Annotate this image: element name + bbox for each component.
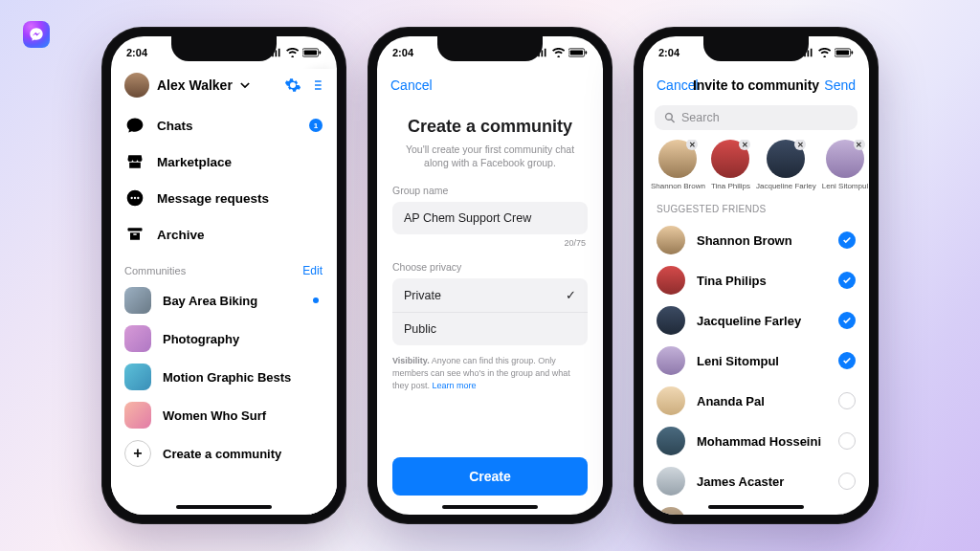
selected-chip[interactable]: ✕ Leni Sitompul xyxy=(822,140,868,190)
plus-icon: + xyxy=(124,440,151,467)
friend-avatar xyxy=(657,226,685,254)
suggested-friend[interactable]: Shannon Brown xyxy=(643,220,869,260)
cancel-button[interactable]: Cancel xyxy=(390,77,433,93)
unread-dot xyxy=(313,298,319,303)
search-input[interactable]: Search xyxy=(655,105,858,130)
suggested-friend[interactable]: Ananda Pal xyxy=(643,381,869,421)
send-button[interactable]: Send xyxy=(824,77,856,93)
suggested-friend[interactable]: Mohammad Hosseini xyxy=(643,421,869,461)
selected-chip[interactable]: ✕ Jacqueline Farley xyxy=(756,140,816,190)
modal-navbar: Cancel xyxy=(377,69,603,101)
selected-chips: ✕ Shannon Brown ✕ Tina Philips ✕ Jacquel… xyxy=(643,140,869,196)
chip-remove-icon[interactable]: ✕ xyxy=(854,140,865,150)
radio-unselected-icon[interactable] xyxy=(838,513,856,515)
nav-chats[interactable]: Chats 1 xyxy=(124,107,323,143)
phone-create-community: 2:04 Cancel Create a community You'll cr… xyxy=(368,27,612,524)
community-avatar xyxy=(124,325,151,352)
profile-name: Alex Walker xyxy=(157,77,233,93)
radio-unselected-icon[interactable] xyxy=(838,473,856,490)
svg-point-4 xyxy=(131,197,133,199)
edit-button[interactable]: Edit xyxy=(302,264,323,277)
menu-edge-icon xyxy=(315,78,323,92)
phone-invite: 2:04 Cancel Invite to community Send Sea… xyxy=(634,27,879,524)
chip-name: Shannon Brown xyxy=(651,182,705,190)
section-title: Communities xyxy=(124,265,186,276)
community-label: Women Who Surf xyxy=(163,408,266,423)
friend-avatar xyxy=(657,427,685,455)
friend-name: Ananda Pal xyxy=(697,394,827,408)
checkmark-selected-icon[interactable] xyxy=(838,312,856,329)
nav-label: Chats xyxy=(157,119,193,133)
friend-name: Jacqueline Farley xyxy=(697,314,827,328)
community-item[interactable]: Motion Graphic Bests xyxy=(111,358,336,396)
notch xyxy=(703,36,809,61)
modal-navbar: Cancel Invite to community Send xyxy=(643,69,869,101)
create-community[interactable]: + Create a community xyxy=(111,434,336,473)
community-item[interactable]: Photography xyxy=(111,320,336,358)
nav-message-requests[interactable]: Message requests xyxy=(124,180,323,216)
archive-icon xyxy=(124,224,145,245)
home-indicator xyxy=(708,505,804,509)
gear-icon[interactable] xyxy=(284,77,301,94)
friend-name: Shannon Brown xyxy=(697,233,827,248)
status-time: 2:04 xyxy=(126,47,147,58)
suggested-friend[interactable]: Leni Sitompul xyxy=(643,341,869,381)
chip-avatar: ✕ xyxy=(767,140,805,178)
home-indicator xyxy=(442,505,538,509)
checkmark-selected-icon[interactable] xyxy=(838,352,856,369)
radio-unselected-icon[interactable] xyxy=(838,432,856,450)
nav-list: Chats 1 Marketplace Message requests xyxy=(111,107,336,253)
privacy-public-label: Public xyxy=(404,322,436,336)
privacy-private[interactable]: Private ✓ xyxy=(392,278,588,312)
nav-archive[interactable]: Archive xyxy=(124,216,323,253)
radio-unselected-icon[interactable] xyxy=(838,392,856,409)
chat-icon xyxy=(124,115,145,136)
friend-avatar xyxy=(657,306,685,335)
suggested-friend[interactable]: Jacqueline Farley xyxy=(643,300,869,341)
community-item[interactable]: Women Who Surf xyxy=(111,396,336,434)
learn-more-link[interactable]: Learn more xyxy=(433,381,477,390)
privacy-public[interactable]: Public xyxy=(392,312,588,345)
friend-avatar xyxy=(657,266,685,295)
svg-rect-1 xyxy=(304,51,317,55)
checkmark-selected-icon[interactable] xyxy=(838,272,856,289)
chip-remove-icon[interactable]: ✕ xyxy=(794,140,806,150)
visibility-note: Visibility. Anyone can find this group. … xyxy=(392,355,588,391)
svg-rect-7 xyxy=(128,228,143,231)
selected-chip[interactable]: ✕ Shannon Brown xyxy=(651,140,705,190)
nav-marketplace[interactable]: Marketplace xyxy=(124,143,323,180)
checkmark-selected-icon[interactable] xyxy=(838,231,856,249)
selected-chip[interactable]: ✕ Tina Philips xyxy=(711,140,750,190)
chevron-down-icon xyxy=(240,82,250,89)
status-time: 2:04 xyxy=(658,47,679,58)
svg-point-5 xyxy=(134,197,136,199)
chip-remove-icon[interactable]: ✕ xyxy=(739,140,750,150)
create-button[interactable]: Create xyxy=(392,457,588,496)
phone-sidebar: 2:04 Yo Alex Walker xyxy=(101,27,346,524)
privacy-private-label: Private xyxy=(404,289,441,302)
svg-rect-10 xyxy=(586,51,588,54)
friend-name: Tina Philips xyxy=(697,274,827,288)
profile-row[interactable]: Alex Walker xyxy=(111,69,336,107)
friend-avatar xyxy=(657,507,685,515)
friend-avatar xyxy=(657,386,685,415)
group-name-input[interactable]: AP Chem Support Crew xyxy=(392,202,588,234)
community-label: Motion Graphic Bests xyxy=(163,370,291,385)
suggested-friend[interactable]: Tina Philips xyxy=(643,260,869,300)
communities-header: Communities Edit xyxy=(111,253,336,281)
friend-avatar xyxy=(657,346,685,375)
chip-remove-icon[interactable]: ✕ xyxy=(686,140,698,150)
nav-label: Marketplace xyxy=(157,155,232,169)
suggested-friend[interactable]: James Acaster xyxy=(643,461,869,501)
chip-name: Tina Philips xyxy=(711,182,750,190)
community-avatar xyxy=(124,402,151,429)
search-icon xyxy=(664,112,676,123)
group-name-label: Group name xyxy=(392,185,588,196)
community-item[interactable]: Bay Area Biking xyxy=(111,281,336,320)
char-counter: 20/75 xyxy=(394,238,586,248)
community-avatar xyxy=(124,364,151,390)
message-requests-icon xyxy=(124,187,145,209)
friend-name: James Acaster xyxy=(697,474,827,489)
status-time: 2:04 xyxy=(392,47,413,58)
cancel-button[interactable]: Cancel xyxy=(657,77,699,93)
